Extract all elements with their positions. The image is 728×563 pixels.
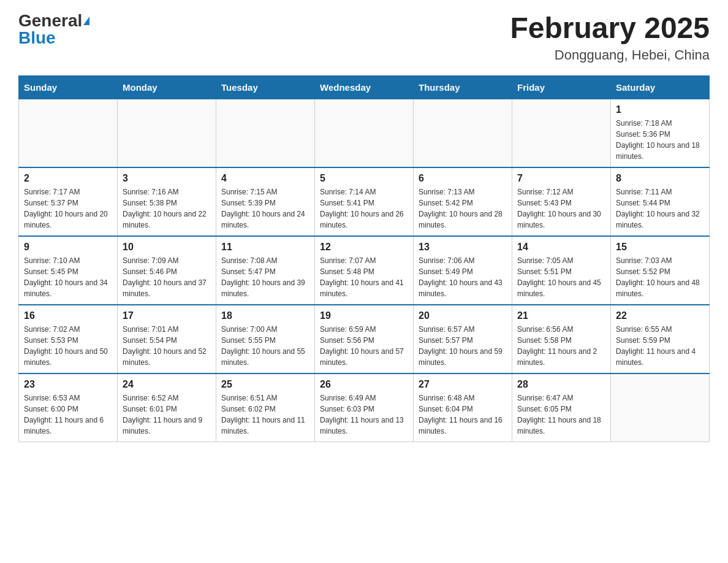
calendar-day-cell <box>19 99 118 167</box>
calendar-day-cell: 18Sunrise: 7:00 AMSunset: 5:55 PMDayligh… <box>216 305 315 373</box>
logo-general-text: General <box>18 12 82 29</box>
calendar-day-cell: 20Sunrise: 6:57 AMSunset: 5:57 PMDayligh… <box>414 305 512 373</box>
day-number: 8 <box>616 173 704 184</box>
calendar-day-cell: 6Sunrise: 7:13 AMSunset: 5:42 PMDaylight… <box>414 167 512 236</box>
day-number: 3 <box>123 173 211 184</box>
calendar-day-cell <box>118 99 216 167</box>
day-number: 24 <box>123 379 211 390</box>
calendar-day-cell: 8Sunrise: 7:11 AMSunset: 5:44 PMDaylight… <box>611 167 710 236</box>
calendar-day-cell: 1Sunrise: 7:18 AMSunset: 5:36 PMDaylight… <box>611 99 710 167</box>
day-number: 20 <box>419 310 507 321</box>
calendar-day-cell: 2Sunrise: 7:17 AMSunset: 5:37 PMDaylight… <box>19 167 118 236</box>
title-block: February 2025 Dongguang, Hebei, China <box>510 12 710 63</box>
calendar-day-cell: 16Sunrise: 7:02 AMSunset: 5:53 PMDayligh… <box>19 305 118 373</box>
day-info: Sunrise: 7:13 AMSunset: 5:42 PMDaylight:… <box>419 186 507 231</box>
day-number: 19 <box>320 310 408 321</box>
logo-blue-text: Blue <box>18 28 56 47</box>
calendar-day-cell: 21Sunrise: 6:56 AMSunset: 5:58 PMDayligh… <box>512 305 611 373</box>
day-number: 14 <box>517 242 605 253</box>
day-number: 9 <box>24 242 112 253</box>
calendar-week-row: 16Sunrise: 7:02 AMSunset: 5:53 PMDayligh… <box>19 305 710 373</box>
calendar-day-cell: 17Sunrise: 7:01 AMSunset: 5:54 PMDayligh… <box>118 305 216 373</box>
calendar-day-cell: 22Sunrise: 6:55 AMSunset: 5:59 PMDayligh… <box>611 305 710 373</box>
calendar-week-row: 23Sunrise: 6:53 AMSunset: 6:00 PMDayligh… <box>19 373 710 442</box>
location-title: Dongguang, Hebei, China <box>510 47 710 63</box>
day-info: Sunrise: 7:06 AMSunset: 5:49 PMDaylight:… <box>419 255 507 299</box>
weekday-header-tuesday: Tuesday <box>216 75 315 99</box>
day-info: Sunrise: 7:18 AMSunset: 5:36 PMDaylight:… <box>616 118 704 162</box>
calendar-day-cell <box>315 99 414 167</box>
calendar-day-cell <box>216 99 315 167</box>
day-info: Sunrise: 7:11 AMSunset: 5:44 PMDaylight:… <box>616 186 704 231</box>
calendar-day-cell: 9Sunrise: 7:10 AMSunset: 5:45 PMDaylight… <box>19 236 118 305</box>
day-number: 21 <box>517 310 605 321</box>
month-title: February 2025 <box>510 12 710 45</box>
day-number: 12 <box>320 242 408 253</box>
day-number: 10 <box>123 242 211 253</box>
page-header: General Blue February 2025 Dongguang, He… <box>18 12 710 63</box>
calendar-day-cell: 27Sunrise: 6:48 AMSunset: 6:04 PMDayligh… <box>414 373 512 442</box>
calendar-day-cell: 10Sunrise: 7:09 AMSunset: 5:46 PMDayligh… <box>118 236 216 305</box>
calendar-day-cell: 13Sunrise: 7:06 AMSunset: 5:49 PMDayligh… <box>414 236 512 305</box>
calendar-day-cell: 4Sunrise: 7:15 AMSunset: 5:39 PMDaylight… <box>216 167 315 236</box>
calendar-day-cell: 19Sunrise: 6:59 AMSunset: 5:56 PMDayligh… <box>315 305 414 373</box>
weekday-header-sunday: Sunday <box>19 75 118 99</box>
calendar-day-cell: 12Sunrise: 7:07 AMSunset: 5:48 PMDayligh… <box>315 236 414 305</box>
calendar-day-cell: 28Sunrise: 6:47 AMSunset: 6:05 PMDayligh… <box>512 373 611 442</box>
day-info: Sunrise: 7:17 AMSunset: 5:37 PMDaylight:… <box>24 186 112 231</box>
day-number: 26 <box>320 379 408 390</box>
calendar-day-cell: 5Sunrise: 7:14 AMSunset: 5:41 PMDaylight… <box>315 167 414 236</box>
calendar-header-row: SundayMondayTuesdayWednesdayThursdayFrid… <box>19 75 710 99</box>
day-info: Sunrise: 7:07 AMSunset: 5:48 PMDaylight:… <box>320 255 408 299</box>
day-info: Sunrise: 6:53 AMSunset: 6:00 PMDaylight:… <box>24 393 112 437</box>
day-info: Sunrise: 7:02 AMSunset: 5:53 PMDaylight:… <box>24 324 112 368</box>
day-number: 16 <box>24 310 112 321</box>
weekday-header-friday: Friday <box>512 75 611 99</box>
weekday-header-monday: Monday <box>118 75 216 99</box>
calendar-day-cell: 14Sunrise: 7:05 AMSunset: 5:51 PMDayligh… <box>512 236 611 305</box>
calendar-day-cell: 11Sunrise: 7:08 AMSunset: 5:47 PMDayligh… <box>216 236 315 305</box>
day-number: 18 <box>221 310 309 321</box>
weekday-header-saturday: Saturday <box>611 75 710 99</box>
day-info: Sunrise: 6:57 AMSunset: 5:57 PMDaylight:… <box>419 324 507 368</box>
logo: General Blue <box>18 12 89 47</box>
day-info: Sunrise: 7:10 AMSunset: 5:45 PMDaylight:… <box>24 255 112 299</box>
logo-triangle-icon <box>83 17 89 25</box>
day-number: 23 <box>24 379 112 390</box>
day-number: 2 <box>24 173 112 184</box>
calendar-table: SundayMondayTuesdayWednesdayThursdayFrid… <box>18 75 710 442</box>
day-number: 5 <box>320 173 408 184</box>
day-number: 15 <box>616 242 704 253</box>
day-number: 25 <box>221 379 309 390</box>
calendar-day-cell <box>611 373 710 442</box>
calendar-day-cell: 7Sunrise: 7:12 AMSunset: 5:43 PMDaylight… <box>512 167 611 236</box>
day-info: Sunrise: 6:47 AMSunset: 6:05 PMDaylight:… <box>517 393 605 437</box>
calendar-day-cell <box>512 99 611 167</box>
day-info: Sunrise: 7:12 AMSunset: 5:43 PMDaylight:… <box>517 186 605 231</box>
day-info: Sunrise: 6:55 AMSunset: 5:59 PMDaylight:… <box>616 324 704 368</box>
day-number: 7 <box>517 173 605 184</box>
day-number: 13 <box>419 242 507 253</box>
calendar-day-cell <box>414 99 512 167</box>
day-info: Sunrise: 7:15 AMSunset: 5:39 PMDaylight:… <box>221 186 309 231</box>
calendar-week-row: 9Sunrise: 7:10 AMSunset: 5:45 PMDaylight… <box>19 236 710 305</box>
day-info: Sunrise: 6:48 AMSunset: 6:04 PMDaylight:… <box>419 393 507 437</box>
day-info: Sunrise: 7:14 AMSunset: 5:41 PMDaylight:… <box>320 186 408 231</box>
day-info: Sunrise: 6:52 AMSunset: 6:01 PMDaylight:… <box>123 393 211 437</box>
weekday-header-thursday: Thursday <box>414 75 512 99</box>
day-info: Sunrise: 7:00 AMSunset: 5:55 PMDaylight:… <box>221 324 309 368</box>
day-info: Sunrise: 6:59 AMSunset: 5:56 PMDaylight:… <box>320 324 408 368</box>
calendar-week-row: 1Sunrise: 7:18 AMSunset: 5:36 PMDaylight… <box>19 99 710 167</box>
day-info: Sunrise: 6:56 AMSunset: 5:58 PMDaylight:… <box>517 324 605 368</box>
calendar-day-cell: 3Sunrise: 7:16 AMSunset: 5:38 PMDaylight… <box>118 167 216 236</box>
day-info: Sunrise: 7:08 AMSunset: 5:47 PMDaylight:… <box>221 255 309 299</box>
day-number: 4 <box>221 173 309 184</box>
day-number: 17 <box>123 310 211 321</box>
calendar-day-cell: 24Sunrise: 6:52 AMSunset: 6:01 PMDayligh… <box>118 373 216 442</box>
day-number: 22 <box>616 310 704 321</box>
day-number: 1 <box>616 104 704 115</box>
day-number: 28 <box>517 379 605 390</box>
calendar-day-cell: 25Sunrise: 6:51 AMSunset: 6:02 PMDayligh… <box>216 373 315 442</box>
day-info: Sunrise: 7:01 AMSunset: 5:54 PMDaylight:… <box>123 324 211 368</box>
calendar-day-cell: 15Sunrise: 7:03 AMSunset: 5:52 PMDayligh… <box>611 236 710 305</box>
